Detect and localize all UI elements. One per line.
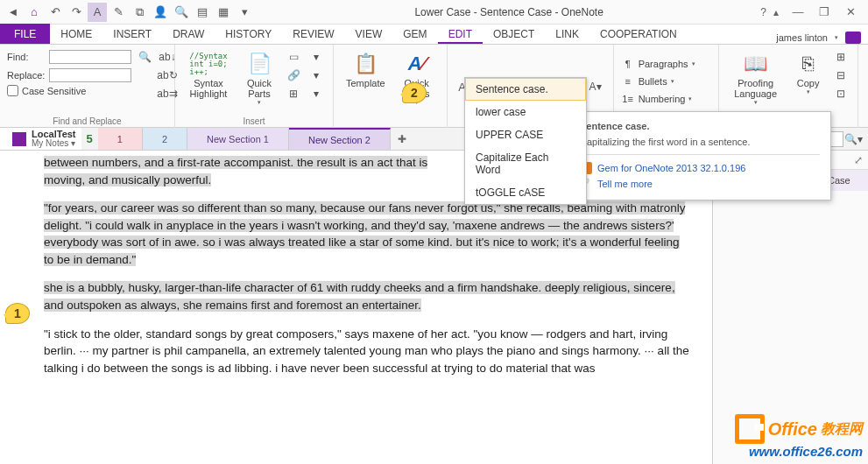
- callout-1: 1: [5, 303, 30, 324]
- menu-lower-case[interactable]: lower case: [465, 101, 586, 123]
- avatar-icon: [845, 32, 861, 44]
- search-icon[interactable]: 🔍: [172, 3, 191, 22]
- tooltip-title: Sentence case.: [580, 121, 820, 131]
- quick-parts-button[interactable]: 📄 Quick Parts▾: [238, 48, 280, 108]
- tab-link[interactable]: LINK: [545, 24, 589, 44]
- user-icon[interactable]: 👤: [151, 3, 170, 22]
- save-icon[interactable]: ⌂: [25, 3, 44, 22]
- section-tab-4[interactable]: New Section 2: [289, 128, 391, 150]
- proofing-language-button[interactable]: 📖 Proofing Language▾: [726, 48, 786, 108]
- char-icon[interactable]: A▾: [586, 78, 605, 95]
- tab-review[interactable]: REVIEW: [282, 24, 344, 44]
- close-button[interactable]: ✕: [838, 4, 863, 21]
- tab-history[interactable]: HISTORY: [215, 24, 282, 44]
- group-find-replace: Find:🔍 Replace: Case Sensitive ab↓ ab↻ a…: [0, 45, 175, 128]
- para-2: "for years, our career was so different …: [44, 200, 691, 268]
- grid-icon[interactable]: ▦: [214, 3, 233, 22]
- section-tab-1[interactable]: 1: [98, 128, 143, 150]
- replace-input[interactable]: [49, 68, 131, 82]
- group-template: 📋 Template A∕ Quick Styles▾: [334, 45, 448, 128]
- highlight-icon[interactable]: ⧉: [130, 3, 149, 22]
- find-label: Find:: [7, 52, 46, 62]
- menu-toggle-case[interactable]: tOGGLE cASE: [465, 181, 586, 204]
- menu-capitalize-each[interactable]: Capitalize Each Word: [465, 146, 586, 181]
- minimize-button[interactable]: —: [786, 4, 810, 21]
- tab-gem[interactable]: GEM: [392, 24, 437, 44]
- find-go-icon[interactable]: 🔍: [135, 48, 154, 66]
- notebook-picker[interactable]: LocalTest My Notes ▾: [0, 128, 81, 150]
- replace-all-icon[interactable]: ab⇉: [158, 85, 177, 102]
- redo-icon[interactable]: ↷: [67, 3, 86, 22]
- ribbon-tabstrip: FILE HOME INSERT DRAW HISTORY REVIEW VIE…: [0, 25, 868, 45]
- file-tab[interactable]: FILE: [0, 24, 50, 44]
- ins-small-2-icon[interactable]: 🔗: [284, 67, 303, 84]
- styles-icon: A∕: [403, 50, 431, 78]
- find-input[interactable]: [49, 50, 131, 64]
- template-button[interactable]: 📋 Template: [341, 48, 391, 90]
- maximize-button[interactable]: ❐: [812, 4, 836, 21]
- section-tab-2[interactable]: 2: [143, 128, 187, 150]
- form-icon[interactable]: ▤: [193, 3, 212, 22]
- tooltip-more-link[interactable]: ❔Tell me more: [580, 176, 820, 191]
- case-sensitive-checkbox[interactable]: [7, 85, 18, 96]
- para-4: "i stick to the older, standard songs by…: [44, 326, 691, 377]
- tab-cooperation[interactable]: COOPERATION: [589, 24, 688, 44]
- search-icon[interactable]: 🔍▾: [843, 130, 863, 148]
- change-case-dropdown: Sentence case. lower case UPPER CASE Cap…: [464, 77, 587, 205]
- ins-more-3-icon[interactable]: ▾: [307, 85, 326, 102]
- tooltip-body: Capitalizing the first word in a sentenc…: [580, 137, 820, 147]
- group-label: Find and Replace: [7, 115, 167, 128]
- group-insert: //Syntaxint i=0;i++; Syntax Highlight 📄 …: [175, 45, 334, 128]
- extra-3-icon[interactable]: ⊡: [831, 85, 850, 102]
- tab-edit[interactable]: EDIT: [438, 24, 483, 44]
- tab-object[interactable]: OBJECT: [483, 24, 545, 44]
- tooltip-product-link[interactable]: Gem for OneNote 2013 32.1.0.196: [580, 160, 820, 176]
- quick-parts-icon: 📄: [245, 50, 273, 78]
- more-icon[interactable]: ▾: [235, 3, 254, 22]
- extra-1-icon[interactable]: ⊞: [831, 48, 850, 66]
- undo-icon[interactable]: ↶: [46, 3, 65, 22]
- ins-more-2-icon[interactable]: ▾: [307, 67, 326, 84]
- ins-more-1-icon[interactable]: ▾: [307, 48, 326, 66]
- replace-label: Replace:: [7, 70, 46, 81]
- case-sensitive-label: Case Sensitive: [22, 86, 86, 96]
- callout-2: 2: [402, 82, 427, 103]
- tab-view[interactable]: VIEW: [345, 24, 393, 44]
- paragraph-icon: ¶: [621, 58, 635, 70]
- ins-small-1-icon[interactable]: ▭: [284, 48, 303, 66]
- section-tab-3[interactable]: New Section 1: [187, 128, 289, 150]
- menu-sentence-case[interactable]: Sentence case.: [465, 78, 586, 101]
- syntax-highlight-button[interactable]: //Syntaxint i=0;i++; Syntax Highlight: [182, 48, 235, 101]
- tab-home[interactable]: HOME: [50, 24, 102, 44]
- ribbon-collapse-icon[interactable]: ▴: [773, 6, 779, 18]
- back-icon[interactable]: ◄: [4, 3, 23, 22]
- pen-icon[interactable]: ✎: [109, 3, 128, 22]
- syntax-icon: //Syntaxint i=0;i++;: [193, 50, 224, 78]
- add-section-button[interactable]: ✚: [391, 128, 413, 150]
- numbering-button[interactable]: 1≡Numbering▾: [621, 92, 693, 106]
- para-3: she is a bubbly, husky, larger-than-life…: [44, 279, 691, 313]
- window-controls: — ❐ ✕: [786, 4, 868, 21]
- touch-icon[interactable]: A: [88, 3, 107, 22]
- find-next-icon[interactable]: ab↓: [158, 48, 177, 66]
- sync-count[interactable]: 5: [81, 132, 98, 145]
- extra-2-icon[interactable]: ⊟: [831, 67, 850, 84]
- expand-icon[interactable]: ⤢: [854, 154, 863, 166]
- help-icon[interactable]: ?: [760, 6, 766, 18]
- user-area[interactable]: james linton▾: [769, 32, 868, 44]
- tab-insert[interactable]: INSERT: [102, 24, 162, 44]
- paragraphs-button[interactable]: ¶Paragraphs▾: [621, 57, 695, 71]
- notebook-sub: My Notes ▾: [32, 139, 76, 148]
- copy-icon: ⎘: [794, 50, 822, 78]
- window-title: Lower Case - Sentence Case - OneNote: [258, 6, 760, 18]
- copy-button[interactable]: ⎘ Copy▾: [789, 48, 828, 97]
- bullets-icon: ≡: [621, 75, 635, 88]
- menu-upper-case[interactable]: UPPER CASE: [465, 123, 586, 146]
- tab-draw[interactable]: DRAW: [162, 24, 215, 44]
- proofing-icon: 📖: [742, 50, 770, 78]
- ins-small-3-icon[interactable]: ⊞: [284, 85, 303, 102]
- notebook-icon: [12, 132, 26, 146]
- bullets-button[interactable]: ≡Bullets▾: [621, 74, 674, 88]
- replace-one-icon[interactable]: ab↻: [158, 67, 177, 84]
- quick-access-toolbar: ◄ ⌂ ↶ ↷ A ✎ ⧉ 👤 🔍 ▤ ▦ ▾: [0, 3, 258, 22]
